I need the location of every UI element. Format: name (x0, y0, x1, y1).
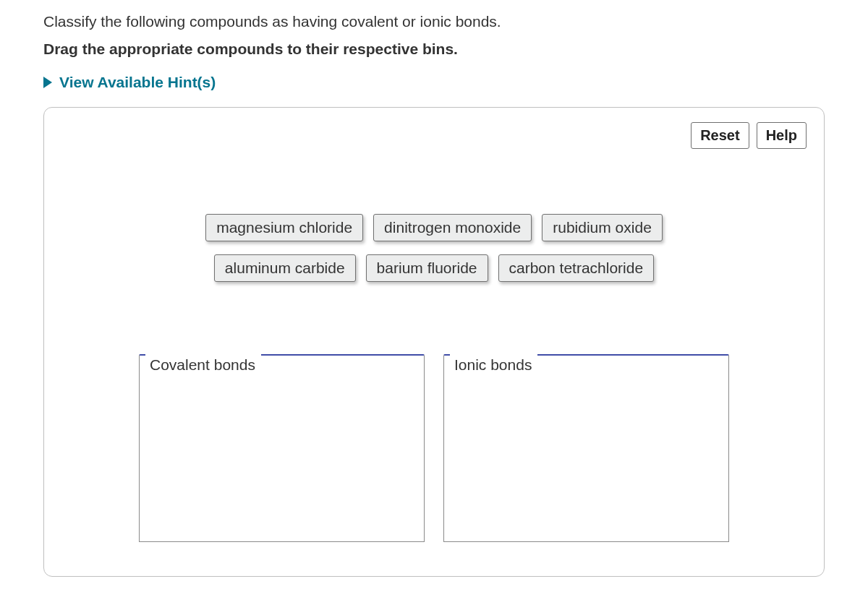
bin-covalent[interactable]: Covalent bonds (139, 354, 425, 542)
toolbar: Reset Help (61, 122, 807, 149)
items-row-2: aluminum carbide barium fluoride carbon … (214, 254, 654, 282)
chevron-right-icon (43, 77, 52, 88)
help-button[interactable]: Help (757, 122, 807, 149)
draggable-items-area: magnesium chloride dinitrogen monoxide r… (61, 214, 807, 282)
bin-ionic[interactable]: Ionic bonds (443, 354, 729, 542)
bin-ionic-label: Ionic bonds (450, 353, 537, 377)
compound-barium-fluoride[interactable]: barium fluoride (366, 254, 488, 282)
hints-toggle[interactable]: View Available Hint(s) (43, 74, 825, 91)
reset-button[interactable]: Reset (691, 122, 749, 149)
bins-area: Covalent bonds Ionic bonds (61, 354, 807, 542)
exercise-panel: Reset Help magnesium chloride dinitrogen… (43, 107, 825, 577)
compound-aluminum-carbide[interactable]: aluminum carbide (214, 254, 356, 282)
question-text: Classify the following compounds as havi… (43, 13, 825, 30)
compound-dinitrogen-monoxide[interactable]: dinitrogen monoxide (373, 214, 532, 241)
compound-magnesium-chloride[interactable]: magnesium chloride (205, 214, 363, 241)
hints-label: View Available Hint(s) (59, 74, 216, 91)
instruction-text: Drag the appropriate compounds to their … (43, 40, 825, 58)
bin-covalent-label: Covalent bonds (145, 353, 261, 377)
compound-rubidium-oxide[interactable]: rubidium oxide (542, 214, 663, 241)
items-row-1: magnesium chloride dinitrogen monoxide r… (205, 214, 663, 241)
compound-carbon-tetrachloride[interactable]: carbon tetrachloride (498, 254, 655, 282)
